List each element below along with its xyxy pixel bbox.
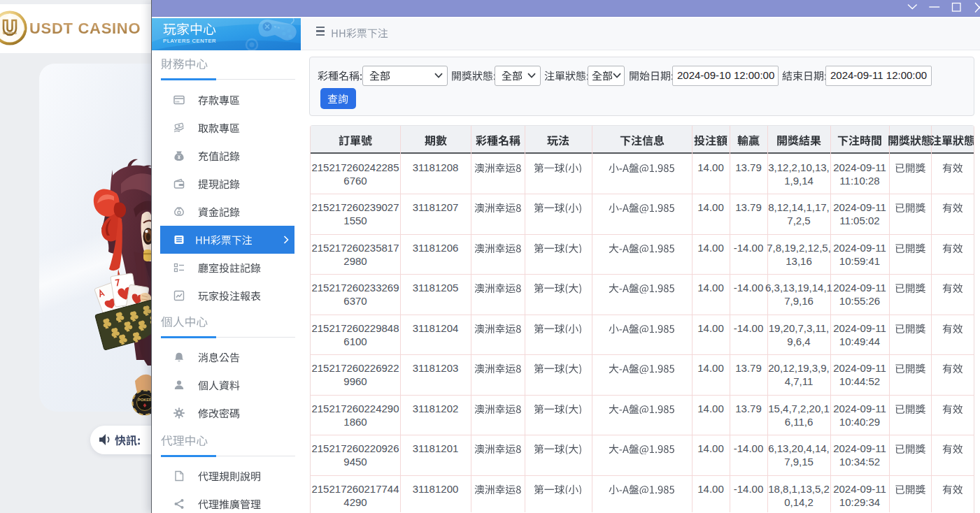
svg-text:POKER: POKER [138, 398, 152, 402]
svg-text:Casino: Casino [3, 31, 17, 35]
